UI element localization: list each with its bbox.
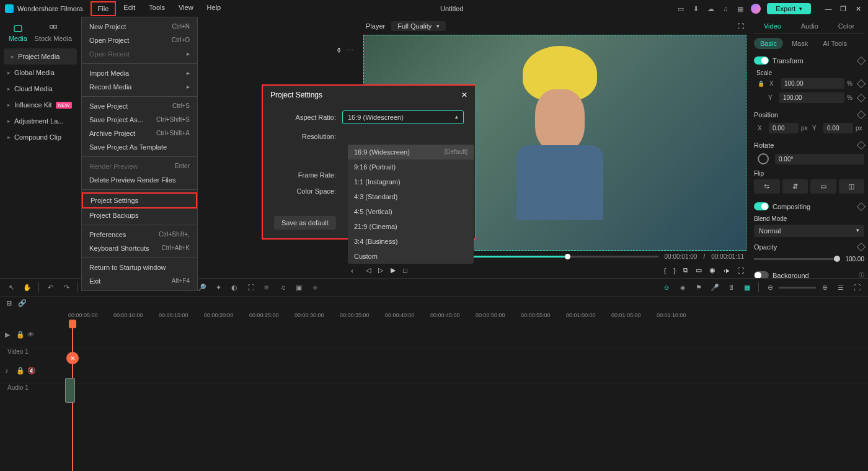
file-menu-item[interactable]: Keyboard ShortcutsCtrl+Alt+K (82, 241, 197, 255)
scale-x-input[interactable]: 100.00 (781, 78, 844, 89)
dialog-close-button[interactable]: ✕ (461, 91, 467, 99)
minimize-button[interactable]: — (823, 5, 833, 13)
rotate-dial[interactable] (758, 153, 769, 164)
subtab-ai-tools[interactable]: AI Tools (817, 38, 853, 49)
hand-tool-icon[interactable]: ✋ (22, 282, 32, 292)
menu-file[interactable]: File (91, 1, 117, 16)
flip-3-button[interactable]: ▭ (810, 179, 836, 194)
link-icon[interactable]: 🔗 (18, 299, 27, 307)
list-icon[interactable]: ☰ (836, 282, 846, 292)
pos-y-input[interactable]: 0.00 (823, 123, 853, 133)
zoom-out-icon[interactable]: ⊖ (765, 282, 775, 292)
aspect-option[interactable]: 1:1 (Instagram) (348, 174, 474, 189)
eye-icon[interactable]: 👁 (27, 331, 35, 338)
aspect-option[interactable]: 4:5 (Vertical) (348, 204, 474, 219)
subtab-basic[interactable]: Basic (754, 38, 783, 49)
zoom-in-icon[interactable]: ⊕ (820, 282, 830, 292)
scale-y-input[interactable]: 100.00 (779, 92, 844, 103)
export-button[interactable]: Export▾ (767, 3, 811, 14)
tab-media[interactable]: Media (9, 24, 27, 42)
aspect-option[interactable]: 16:9 (Widescreen)[Default] (348, 145, 474, 159)
snapshot-icon[interactable]: ⛶ (737, 22, 744, 30)
file-menu-item[interactable]: Project Backups (82, 209, 197, 222)
close-button[interactable]: ✕ (853, 5, 863, 13)
file-menu-item[interactable]: ExitAlt+F4 (82, 274, 197, 288)
aspect-option[interactable]: 3:4 (Business) (348, 234, 474, 249)
lock-icon[interactable]: 🔒 (758, 81, 764, 87)
lock-icon[interactable]: 🔒 (16, 367, 24, 374)
avatar[interactable] (751, 4, 761, 14)
file-menu-item[interactable]: Record Media▸ (82, 80, 197, 94)
opacity-slider[interactable] (754, 258, 840, 260)
timeline-ruler[interactable]: 00:00:05:0000:00:10:0000:00:15:0000:00:2… (0, 310, 868, 321)
redo-icon[interactable]: ↷ (61, 282, 71, 292)
compare-icon[interactable]: ⧉ (683, 266, 688, 274)
background-toggle[interactable] (754, 271, 769, 278)
mute-icon[interactable]: 🔇 (27, 367, 35, 374)
file-menu-item[interactable]: Project Settings (82, 192, 197, 209)
rotate-input[interactable]: 0.00° (775, 154, 864, 164)
zoom-slider[interactable] (779, 287, 816, 289)
bracket-open-icon[interactable]: { (664, 267, 666, 274)
file-menu-item[interactable]: Import Media▸ (82, 66, 197, 80)
tab-stock-media[interactable]: Stock Media (35, 24, 73, 42)
tab-audio[interactable]: Audio (797, 21, 822, 31)
lock-icon[interactable]: 🔒 (16, 331, 24, 338)
file-menu-item[interactable]: Archive ProjectCtrl+Shift+A (82, 127, 197, 140)
monitor-icon[interactable]: ▭ (676, 4, 685, 13)
file-menu-item[interactable]: Save Project As...Ctrl+Shift+S (82, 113, 197, 127)
detach-icon[interactable]: ⎆ (310, 282, 320, 292)
menu-help[interactable]: Help (201, 1, 228, 16)
aspect-option[interactable]: 21:9 (Cinema) (348, 219, 474, 234)
volume-icon[interactable]: 🕩 (723, 267, 730, 274)
keyframe-diamond[interactable] (857, 141, 866, 150)
keyframe-diamond[interactable] (857, 79, 866, 87)
file-menu-item[interactable]: Save Project As Template (82, 140, 197, 154)
keyframe-diamond[interactable] (857, 56, 866, 65)
camera-icon[interactable]: ◉ (709, 266, 715, 274)
keyframe-diamond[interactable] (857, 110, 866, 119)
keyframe-diamond[interactable] (857, 202, 866, 210)
play-button[interactable]: ▶ (391, 266, 396, 274)
expand-icon[interactable]: ⊟ (6, 299, 12, 307)
sidebar-item[interactable]: ▸Cloud Media (0, 81, 81, 97)
tab-video[interactable]: Video (760, 21, 785, 31)
bracket-close-icon[interactable]: } (673, 267, 676, 274)
sidebar-item[interactable]: ▸Global Media (0, 65, 81, 81)
mixer-icon[interactable]: 🎚 (726, 282, 736, 292)
face-icon[interactable]: ☺ (662, 282, 671, 292)
display-icon[interactable]: ▭ (696, 266, 702, 274)
sidebar-item[interactable]: ▸Project Media (4, 48, 77, 65)
sidebar-item[interactable]: ▸Influence KitNEW (0, 97, 81, 113)
info-icon[interactable]: ⓘ (859, 271, 864, 278)
flip-h-button[interactable]: ⇋ (754, 179, 780, 194)
compositing-toggle[interactable] (754, 202, 769, 210)
flag-icon[interactable]: ⚑ (694, 282, 704, 292)
cursor-tool-icon[interactable]: ↖ (6, 282, 16, 292)
zoom2-icon[interactable]: 🔎 (197, 282, 207, 292)
video-track[interactable]: ▶ 🔒 👁 (0, 321, 868, 348)
aspect-ratio-select[interactable]: 16:9 (Widescreen)▴ (342, 110, 464, 124)
color-icon[interactable]: ◐ (229, 282, 239, 292)
menu-view[interactable]: View (172, 1, 200, 16)
mic-icon[interactable]: 🎤 (710, 282, 720, 292)
stop-button[interactable]: □ (403, 267, 407, 274)
file-menu-item[interactable]: Delete Preview Render Files (82, 173, 197, 187)
grid-icon[interactable]: ▦ (736, 4, 745, 13)
undo-icon[interactable]: ↶ (45, 282, 55, 292)
aspect-option[interactable]: 9:16 (Portrait) (348, 159, 474, 174)
audio-track[interactable]: ♪ 🔒 🔇 (0, 357, 868, 384)
fit-icon[interactable]: ⛶ (852, 282, 862, 292)
sidebar-item[interactable]: ▸Adjustment La... (0, 113, 81, 129)
file-menu-item[interactable]: Save ProjectCtrl+S (82, 99, 197, 113)
flip-4-button[interactable]: ◫ (839, 179, 865, 194)
file-menu-item[interactable]: Return to Startup window (82, 261, 197, 274)
flip-v-button[interactable]: ⇵ (782, 179, 808, 194)
aspect-option[interactable]: Custom (348, 249, 474, 264)
play-pause-button[interactable]: ▷ (378, 266, 383, 274)
pos-x-input[interactable]: 0.00 (769, 123, 799, 133)
headphones-icon[interactable]: ♫ (721, 4, 730, 13)
quality-select[interactable]: Full Quality▾ (391, 21, 446, 31)
download-icon[interactable]: ⬇ (691, 4, 700, 13)
maximize-button[interactable]: ❐ (838, 5, 848, 13)
